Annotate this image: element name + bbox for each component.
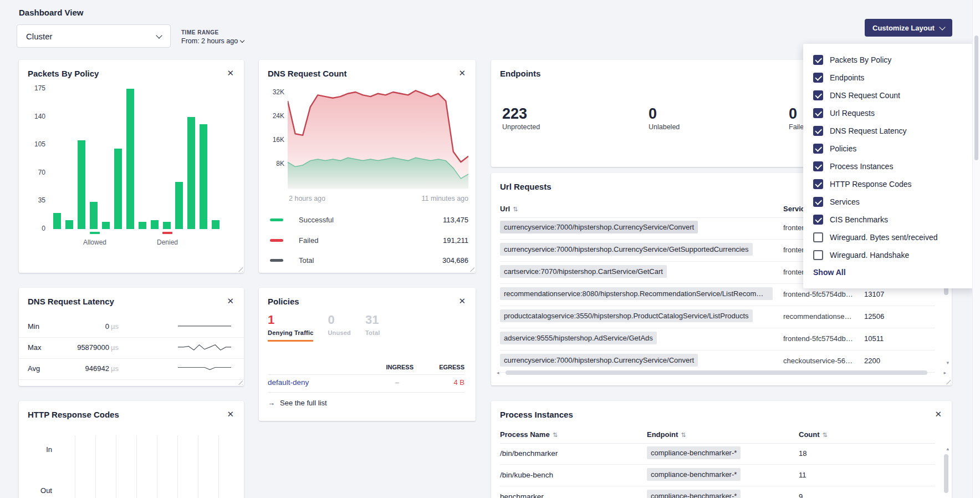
checkbox-checked-icon[interactable] <box>813 90 823 100</box>
menu-item-dns-request-count[interactable]: DNS Request Count <box>813 87 966 104</box>
column-header-egress[interactable]: EGRESS <box>439 364 465 370</box>
close-icon[interactable]: ✕ <box>935 410 942 418</box>
latency-unit: µs <box>111 322 119 331</box>
menu-item-process-instances[interactable]: Process Instances <box>813 157 966 175</box>
y-tick-label: 0 <box>19 224 45 233</box>
horizontal-scrollbar[interactable]: ◂ ▸ <box>497 369 946 377</box>
tab-label: Unused <box>328 329 351 336</box>
checkbox-unchecked-icon[interactable] <box>813 250 823 260</box>
endpoint-cell[interactable]: compliance-benchmarker-* <box>647 468 741 481</box>
policy-name-link[interactable]: default-deny <box>268 378 309 387</box>
url-cell[interactable]: adservice:9555/hipstershop.AdService/Get… <box>500 332 657 344</box>
bar <box>139 222 146 229</box>
scroll-left-arrow[interactable]: ◂ <box>497 370 499 375</box>
table-row[interactable]: /bin/benchmarkercompliance-benchmarker-*… <box>500 443 935 465</box>
url-cell[interactable]: cartservice:7070/hipstershop.CartService… <box>500 265 667 278</box>
menu-item-packets-by-policy[interactable]: Packets By Policy <box>813 51 966 69</box>
dashboard-page: Dashboard View Cluster TIME RANGE From: … <box>0 0 980 498</box>
policies-tab-denying-traffic[interactable]: 1Denying Traffic <box>268 313 313 342</box>
customize-menu-items: Packets By PolicyEndpointsDNS Request Co… <box>813 51 966 264</box>
checkbox-checked-icon[interactable] <box>813 161 823 171</box>
page-scrollbar-thumb[interactable] <box>974 35 978 160</box>
see-full-list-link[interactable]: →See the full list <box>268 399 327 407</box>
view-selector-dropdown[interactable]: Cluster <box>17 24 171 48</box>
checkbox-checked-icon[interactable] <box>813 179 823 189</box>
menu-item-wireguard-handshake[interactable]: Wireguard. Handshake <box>813 246 966 264</box>
process-name-cell: /bin/kube-bench <box>500 471 553 479</box>
checkbox-unchecked-icon[interactable] <box>813 232 823 242</box>
checkbox-checked-icon[interactable] <box>813 197 823 207</box>
endpoint-cell[interactable]: compliance-benchmarker-* <box>647 490 741 498</box>
legend-color-dash <box>162 232 172 234</box>
close-icon[interactable]: ✕ <box>227 297 234 305</box>
column-header-endpoint[interactable]: Endpoint⇅ <box>647 430 686 439</box>
checkbox-checked-icon[interactable] <box>813 215 823 225</box>
latency-row-max: Max95879000µs <box>19 338 244 359</box>
axis-label-in: In <box>23 445 52 454</box>
menu-item-endpoints[interactable]: Endpoints <box>813 69 966 87</box>
endpoint-cell[interactable]: compliance-benchmarker-* <box>647 446 741 459</box>
horizontal-scroll-thumb[interactable] <box>506 370 927 375</box>
latency-stat-label: Min <box>28 322 39 331</box>
vertical-scrollbar[interactable] <box>944 454 948 493</box>
process-name-cell: benchmarker <box>500 492 544 498</box>
url-cell[interactable]: currencyservice:7000/hipstershop.Currenc… <box>500 221 698 233</box>
count-cell: 11 <box>799 471 807 479</box>
latency-sparkline <box>178 343 231 354</box>
url-cell[interactable]: recommendationservice:8080/hipstershop.R… <box>500 287 773 300</box>
close-icon[interactable]: ✕ <box>458 297 466 305</box>
count-cell: 12506 <box>864 312 884 321</box>
checkbox-checked-icon[interactable] <box>813 108 823 118</box>
sort-icon: ⇅ <box>823 431 828 438</box>
policy-row[interactable]: default-deny – 4 B <box>268 375 465 393</box>
scroll-up-arrow[interactable]: ▴ <box>946 446 949 451</box>
count-cell: 2200 <box>864 357 880 365</box>
customize-layout-button[interactable]: Customize Layout <box>865 19 952 37</box>
table-row[interactable]: productcatalogservice:3550/hipstershop.P… <box>500 306 935 328</box>
time-range-selector[interactable]: From: 2 hours ago <box>181 37 244 45</box>
tab-label: Total <box>365 329 380 336</box>
column-header-process-name[interactable]: Process Name⇅ <box>500 430 558 439</box>
menu-item-policies[interactable]: Policies <box>813 140 966 157</box>
show-all-link[interactable]: Show All <box>813 268 846 277</box>
gridline <box>136 435 137 498</box>
url-cell[interactable]: productcatalogservice:3550/hipstershop.P… <box>500 309 753 322</box>
scroll-down-arrow[interactable]: ▾ <box>946 360 949 365</box>
checkbox-checked-icon[interactable] <box>813 55 823 65</box>
endpoint-metric-unlabeled: 0Unlabeled <box>649 105 680 131</box>
latency-rows: Min0µsMax95879000µsAvg946942µs <box>19 317 244 380</box>
resize-handle[interactable] <box>944 378 951 384</box>
checkbox-checked-icon[interactable] <box>813 144 823 154</box>
policies-tab-unused[interactable]: 0Unused <box>328 313 351 342</box>
menu-item-cis-benchmarks[interactable]: CIS Benchmarks <box>813 211 966 228</box>
latency-sparkline <box>178 364 231 375</box>
scroll-right-arrow[interactable]: ▸ <box>943 370 946 375</box>
checkbox-checked-icon[interactable] <box>813 126 823 136</box>
menu-item-services[interactable]: Services <box>813 193 966 211</box>
page-scrollbar[interactable] <box>972 0 980 498</box>
legend-value: 113,475 <box>443 216 468 224</box>
url-cell[interactable]: currencyservice:7000/hipstershop.Currenc… <box>500 243 753 256</box>
menu-item-wireguard-bytes-sent-received[interactable]: Wireguard. Bytes sent/received <box>813 228 966 246</box>
bar <box>78 140 85 229</box>
checkbox-checked-icon[interactable] <box>813 73 823 83</box>
column-header-url[interactable]: Url⇅ <box>500 205 518 213</box>
column-header-count[interactable]: Count⇅ <box>799 430 828 439</box>
y-tick-label: 16K <box>259 135 284 144</box>
latency-stat-value: 95879000µs <box>41 343 119 352</box>
menu-item-label: DNS Request Count <box>830 91 900 100</box>
menu-item-dns-request-latency[interactable]: DNS Request Latency <box>813 122 966 140</box>
table-row[interactable]: /bin/kube-benchcompliance-benchmarker-*1… <box>500 465 935 486</box>
table-row[interactable]: benchmarkercompliance-benchmarker-*9 <box>500 486 935 498</box>
latency-row-avg: Avg946942µs <box>19 359 244 380</box>
page-title: Dashboard View <box>19 8 83 17</box>
table-row[interactable]: adservice:9555/hipstershop.AdService/Get… <box>500 328 935 350</box>
y-tick-label: 105 <box>19 140 45 149</box>
policies-tab-total[interactable]: 31Total <box>365 313 380 342</box>
menu-item-url-requests[interactable]: Url Requests <box>813 104 966 122</box>
bar <box>212 220 220 229</box>
column-header-ingress[interactable]: INGRESS <box>386 364 414 370</box>
url-cell[interactable]: currencyservice:7000/hipstershop.Currenc… <box>500 354 698 367</box>
bar <box>90 202 98 229</box>
menu-item-http-response-codes[interactable]: HTTP Response Codes <box>813 175 966 193</box>
